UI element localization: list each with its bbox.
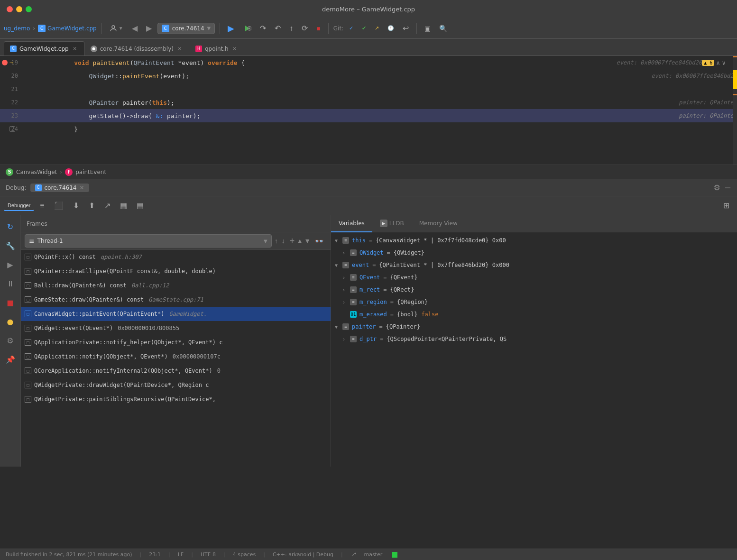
- var-m-region[interactable]: › ≡ m_region = {QRegion}: [331, 296, 737, 308]
- frame-item-8[interactable]: □ QCoreApplication::notifyInternal2(QObj…: [21, 364, 331, 378]
- tab-gamewidget-close[interactable]: ✕: [72, 46, 78, 52]
- frame-item-5[interactable]: □ QWidget::event(QEvent*) 0x000000010780…: [21, 321, 331, 335]
- breadcrumb-file[interactable]: GameWidget.cpp: [47, 25, 97, 32]
- tab-qpoint[interactable]: H qpoint.h ✕: [189, 41, 244, 55]
- layout-btn[interactable]: ⊞: [719, 199, 733, 212]
- frame-item-6[interactable]: □ QApplicationPrivate::notify_helper(QOb…: [21, 335, 331, 349]
- tab-gamewidget[interactable]: C GameWidget.cpp ✕: [4, 41, 84, 55]
- sidebar-pin-icon[interactable]: 📌: [3, 352, 18, 367]
- breadcrumb-project[interactable]: ug_demo: [4, 25, 30, 32]
- continue-button[interactable]: ⟳: [299, 22, 311, 35]
- watchpoints-btn[interactable]: ▤: [133, 199, 147, 212]
- minimize-button[interactable]: [16, 6, 22, 12]
- debug-tab[interactable]: C core.74614 ✕: [30, 184, 89, 192]
- frame-item-7[interactable]: □ QApplication::notify(QObject*, QEvent*…: [21, 349, 331, 364]
- sidebar-dot-icon[interactable]: ●: [3, 314, 18, 329]
- step-into-button[interactable]: ↶: [272, 22, 284, 35]
- var-qevent-type-icon: ≡: [350, 274, 357, 281]
- tab-lldb[interactable]: ▶ LLDB: [372, 215, 412, 232]
- debug-minimize-icon[interactable]: −: [724, 183, 731, 193]
- var-qwidget[interactable]: › ≡ QWidget = {QWidget}: [331, 247, 737, 259]
- git-check-button[interactable]: ✓: [346, 23, 356, 33]
- var-d-ptr[interactable]: › ≡ d_ptr = {QScopedPointer<QPainterPriv…: [331, 333, 737, 345]
- var-m-rect[interactable]: › ≡ m_rect = {QRect}: [331, 284, 737, 296]
- sidebar-play-icon[interactable]: ▶: [3, 257, 18, 272]
- class-name[interactable]: CanvasWidget: [16, 169, 57, 175]
- close-button[interactable]: [7, 6, 13, 12]
- var-m-erased[interactable]: › 01 m_erased = {bool} false: [331, 308, 737, 321]
- sidebar-resume-icon[interactable]: ↻: [3, 219, 18, 234]
- frames-scroll-up[interactable]: ▲: [296, 235, 303, 248]
- code-20-content: QWidget::paintEvent(event);: [33, 65, 642, 87]
- variables-tabs: Variables ▶ LLDB Memory View: [331, 215, 737, 232]
- var-event[interactable]: ▼ ≡ event = {QPaintEvent * | 0x7ffee846b…: [331, 259, 737, 271]
- sidebar-pause-icon[interactable]: ⏸: [3, 276, 18, 291]
- code-24-content: }: [33, 119, 737, 140]
- back-button[interactable]: ◀: [129, 22, 140, 35]
- tab-variables[interactable]: Variables: [331, 215, 372, 232]
- debug-settings-icon[interactable]: ⚙: [714, 183, 720, 192]
- stop-button[interactable]: ■: [313, 23, 323, 34]
- frame-item-9[interactable]: □ QWidgetPrivate::drawWidget(QPaintDevic…: [21, 378, 331, 392]
- frame-item-10[interactable]: □ QWidgetPrivate::paintSiblingsRecursive…: [21, 392, 331, 406]
- git-label: Git:: [333, 25, 343, 32]
- thread-select-dropdown[interactable]: ≡ Thread-1 ▼: [25, 234, 272, 248]
- tab-gamewidget-label: GameWidget.cpp: [19, 46, 69, 52]
- undo-button[interactable]: ↩: [400, 22, 412, 35]
- debug-run-button[interactable]: [240, 22, 254, 35]
- frames-glasses-icon[interactable]: 👓: [312, 235, 327, 248]
- step-out-debug-btn[interactable]: ⬆: [85, 199, 99, 212]
- code-scrollbar[interactable]: [733, 56, 737, 165]
- var-qevent[interactable]: › ≡ QEvent = {QEvent}: [331, 271, 737, 284]
- sidebar-wrench-icon[interactable]: 🔧: [3, 238, 18, 253]
- frame-item-1[interactable]: □ QPainter::drawEllipse(QPointF const&, …: [21, 264, 331, 278]
- build-status: Build finished in 2 sec, 821 ms (21 minu…: [6, 551, 132, 558]
- tab-qpoint-close[interactable]: ✕: [231, 46, 238, 52]
- git-history-button[interactable]: 🕐: [385, 23, 397, 33]
- git-tick-button[interactable]: ✔: [359, 23, 369, 33]
- var-painter[interactable]: ▼ ≡ painter = {QPainter}: [331, 321, 737, 333]
- warning-collapse[interactable]: ∨: [722, 59, 726, 66]
- forward-button[interactable]: ▶: [143, 22, 155, 35]
- frame-item-3[interactable]: □ GameState::draw(QPainter&) const GameS…: [21, 293, 331, 307]
- debug-tab-icon: C: [35, 184, 42, 191]
- toggle-panel-button[interactable]: ▣: [422, 23, 433, 34]
- tab-disassembly-close[interactable]: ✕: [176, 46, 183, 52]
- git-push-button[interactable]: ↗: [372, 23, 382, 33]
- frame-icon-1: □: [25, 268, 31, 275]
- run-button[interactable]: ▶: [225, 21, 237, 36]
- step-over-debug-btn[interactable]: ⬛: [50, 199, 67, 212]
- step-into-debug-btn[interactable]: ⬇: [69, 199, 83, 212]
- tab-memory-view[interactable]: Memory View: [412, 215, 465, 232]
- fn-name[interactable]: paintEvent: [75, 169, 106, 175]
- thread-list-btn[interactable]: ≡: [36, 200, 48, 212]
- sidebar-stop-icon[interactable]: ■: [3, 295, 18, 310]
- step-over-button[interactable]: ↷: [257, 22, 269, 35]
- sidebar-settings-icon[interactable]: ⚙: [3, 333, 18, 348]
- run-to-cursor-btn[interactable]: ↗: [101, 199, 114, 212]
- thread-add-btn[interactable]: +: [290, 236, 295, 246]
- step-out-button[interactable]: ↑: [286, 22, 296, 35]
- user-settings-button[interactable]: ▼: [107, 23, 126, 34]
- branch-name: master: [364, 551, 382, 558]
- frame-item-2[interactable]: □ Ball::draw(QPainter&) const Ball.cpp:1…: [21, 278, 331, 293]
- frame-item-0[interactable]: □ QPointF::x() const qpoint.h:307: [21, 250, 331, 264]
- thread-up-btn[interactable]: ↑: [274, 236, 279, 246]
- frame-icon-8: □: [25, 367, 31, 374]
- tab-disassembly[interactable]: ● core.74614 (disassembly) ✕: [84, 41, 189, 55]
- debugger-tab-btn[interactable]: Debugger: [4, 201, 34, 211]
- warning-expand[interactable]: ∧: [716, 59, 720, 66]
- breakpoints-btn[interactable]: ▦: [116, 199, 131, 212]
- frame-icon-4: □: [25, 311, 31, 317]
- file-tabs: C GameWidget.cpp ✕ ● core.74614 (disasse…: [0, 39, 737, 56]
- maximize-button[interactable]: [26, 6, 32, 12]
- arrow-19: →: [9, 59, 13, 66]
- frames-scroll-down[interactable]: ▼: [304, 235, 311, 248]
- search-button[interactable]: 🔍: [436, 23, 450, 34]
- debug-tab-close[interactable]: ✕: [80, 184, 84, 191]
- frame-item-4[interactable]: □ CanvasWidget::paintEvent(QPaintEvent*)…: [21, 307, 331, 321]
- var-this[interactable]: ▼ ≡ this = {CanvasWidget * | 0x7f7fd048c…: [331, 234, 737, 247]
- run-config-selector[interactable]: C core.74614 ▼: [157, 23, 215, 34]
- thread-down-btn[interactable]: ↓: [281, 236, 286, 246]
- breakpoint-19[interactable]: [2, 60, 8, 65]
